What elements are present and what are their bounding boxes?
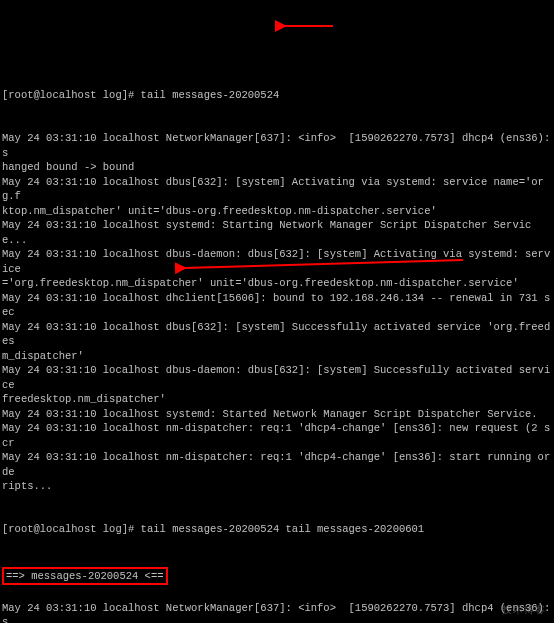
file-header-1: ==> messages-20200524 <== bbox=[6, 570, 164, 582]
log-line: m_dispatcher' bbox=[2, 349, 552, 363]
log-block-1: May 24 03:31:10 localhost NetworkManager… bbox=[2, 131, 552, 493]
terminal[interactable]: [root@localhost log]# tail messages-2020… bbox=[2, 59, 552, 623]
log-block-2: May 24 03:31:10 localhost NetworkManager… bbox=[2, 601, 552, 623]
log-line: ='org.freedesktop.nm_dispatcher' unit='d… bbox=[2, 276, 552, 290]
log-line: May 24 03:31:10 localhost nm-dispatcher:… bbox=[2, 450, 552, 479]
log-line: May 24 03:31:10 localhost NetworkManager… bbox=[2, 131, 552, 160]
log-line: May 24 03:31:10 localhost dhclient[15606… bbox=[2, 291, 552, 320]
log-line: May 24 03:31:10 localhost NetworkManager… bbox=[2, 601, 552, 623]
log-line: ktop.nm_dispatcher' unit='dbus-org.freed… bbox=[2, 204, 552, 218]
watermark: 技术博客 bbox=[502, 603, 546, 617]
log-line: May 24 03:31:10 localhost dbus[632]: [sy… bbox=[2, 320, 552, 349]
log-line: freedesktop.nm_dispatcher' bbox=[2, 392, 552, 406]
log-line: May 24 03:31:10 localhost systemd: Start… bbox=[2, 218, 552, 247]
log-line: May 24 03:31:10 localhost nm-dispatcher:… bbox=[2, 421, 552, 450]
log-line: May 24 03:31:10 localhost dbus-daemon: d… bbox=[2, 247, 552, 276]
log-line: hanged bound -> bound bbox=[2, 160, 552, 174]
log-line: ripts... bbox=[2, 479, 552, 493]
log-line: May 24 03:31:10 localhost systemd: Start… bbox=[2, 407, 552, 421]
prompt-line-1: [root@localhost log]# tail messages-2020… bbox=[2, 88, 552, 102]
log-line: May 24 03:31:10 localhost dbus[632]: [sy… bbox=[2, 175, 552, 204]
file-header-1-highlight: ==> messages-20200524 <== bbox=[2, 567, 168, 585]
log-line: May 24 03:31:10 localhost dbus-daemon: d… bbox=[2, 363, 552, 392]
arrow-annotation-1 bbox=[278, 5, 338, 38]
prompt-line-2: [root@localhost log]# tail messages-2020… bbox=[2, 522, 552, 536]
